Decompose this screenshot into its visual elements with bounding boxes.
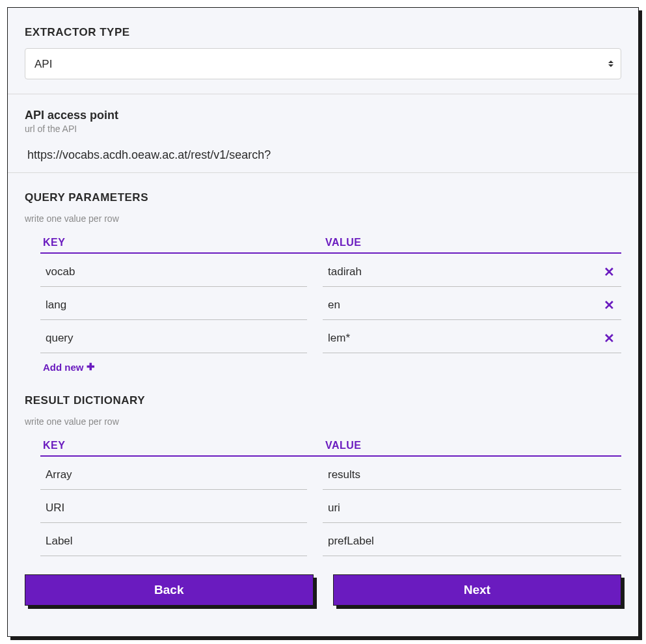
query-param-value[interactable]: lem* (328, 332, 350, 344)
button-row: Back Next (25, 574, 621, 606)
divider (8, 94, 638, 94)
api-access-help: url of the API (25, 124, 621, 134)
result-dict-help: write one value per row (25, 416, 621, 427)
divider (8, 172, 638, 173)
query-param-row: vocab tadirah ✕ (40, 258, 621, 287)
result-dict-value[interactable]: prefLabel (323, 527, 621, 556)
result-dict-row: Label prefLabel (40, 527, 621, 556)
query-param-key[interactable]: query (40, 324, 307, 353)
query-param-value[interactable]: en (328, 299, 340, 311)
add-new-row-button[interactable]: Add new ✚ (40, 361, 95, 373)
query-param-row: lang en ✕ (40, 291, 621, 320)
result-dict-key[interactable]: Label (40, 527, 307, 556)
result-dict-table: KEY VALUE Array results URI uri Label pr… (25, 440, 621, 556)
close-icon: ✕ (604, 265, 615, 279)
query-param-value-cell: tadirah ✕ (323, 258, 621, 287)
delete-row-button[interactable]: ✕ (601, 297, 617, 313)
result-dict-row: URI uri (40, 494, 621, 523)
api-url-value: https://vocabs.acdh.oeaw.ac.at/rest/v1/s… (25, 142, 621, 162)
query-params-help: write one value per row (25, 213, 621, 224)
query-params-key-header: KEY (40, 237, 307, 248)
delete-row-button[interactable]: ✕ (601, 330, 617, 346)
result-dict-key[interactable]: Array (40, 461, 307, 490)
next-button[interactable]: Next (333, 574, 622, 606)
result-dict-value-header: VALUE (323, 440, 621, 451)
result-dict-row: Array results (40, 461, 621, 490)
query-param-value-cell: en ✕ (323, 291, 621, 320)
query-param-value-cell: lem* ✕ (323, 324, 621, 353)
result-dict-key[interactable]: URI (40, 494, 307, 523)
query-params-table: KEY VALUE vocab tadirah ✕ lang en ✕ quer… (25, 237, 621, 373)
result-dict-header-row: KEY VALUE (40, 440, 621, 457)
result-dict-key-header: KEY (40, 440, 307, 451)
extractor-type-heading: EXTRACTOR TYPE (25, 26, 621, 39)
add-new-label: Add new (43, 362, 84, 373)
query-param-key[interactable]: lang (40, 291, 307, 320)
extractor-type-select-wrap: API (25, 48, 621, 79)
delete-row-button[interactable]: ✕ (601, 264, 617, 280)
plus-icon: ✚ (87, 361, 95, 373)
query-param-value[interactable]: tadirah (328, 265, 362, 278)
query-params-header-row: KEY VALUE (40, 237, 621, 254)
result-dict-value[interactable]: uri (323, 494, 621, 523)
query-params-heading: QUERY PARAMETERS (25, 191, 621, 204)
query-param-row: query lem* ✕ (40, 324, 621, 353)
close-icon: ✕ (604, 298, 615, 312)
query-params-value-header: VALUE (323, 237, 621, 248)
extractor-type-select[interactable]: API (25, 48, 621, 79)
extractor-config-panel: EXTRACTOR TYPE API API access point url … (7, 7, 639, 637)
back-button[interactable]: Back (25, 574, 314, 606)
query-param-key[interactable]: vocab (40, 258, 307, 287)
result-dict-heading: RESULT DICTIONARY (25, 394, 621, 407)
result-dict-value[interactable]: results (323, 461, 621, 490)
api-access-heading: API access point (25, 109, 621, 122)
close-icon: ✕ (604, 331, 615, 345)
